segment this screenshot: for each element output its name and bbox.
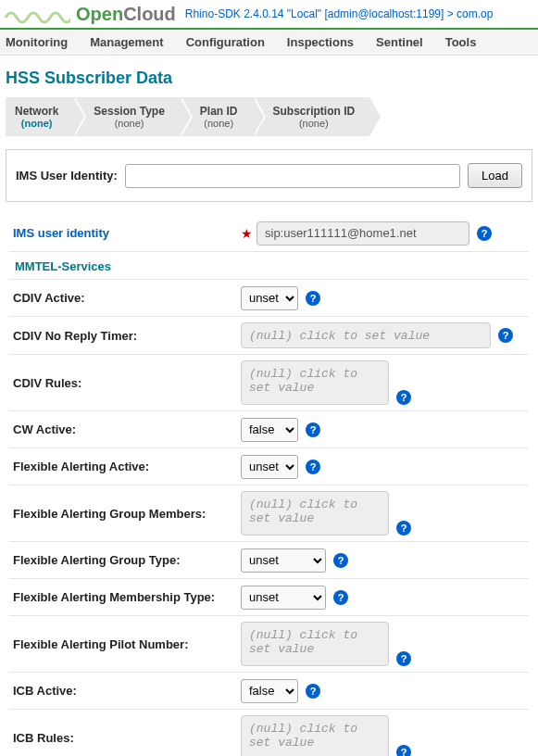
crumb-value: (none)	[21, 118, 53, 129]
nav-bar: Monitoring Management Configuration Insp…	[0, 30, 538, 56]
help-icon[interactable]: ?	[396, 651, 411, 666]
fa-active-select[interactable]: unset	[241, 455, 298, 479]
load-button[interactable]: Load	[468, 163, 522, 188]
crumb-value: (none)	[204, 118, 233, 129]
cdiv-no-reply-input[interactable]: (null) click to set value	[241, 322, 491, 348]
help-icon[interactable]: ?	[306, 684, 320, 699]
field-label: ICB Rules:	[9, 731, 241, 745]
cdiv-rules-input[interactable]: (null) click to set value	[241, 360, 389, 405]
field-label: Flexible Alerting Membership Type:	[9, 590, 241, 604]
ims-identity-input[interactable]	[125, 164, 460, 188]
crumb-value: (none)	[115, 118, 144, 129]
nav-management[interactable]: Management	[90, 35, 163, 49]
logo: OpenCloud	[76, 4, 176, 25]
crumb-label: Session Type	[94, 105, 164, 118]
crumb-session-type[interactable]: Session Type (none)	[73, 97, 179, 136]
breadcrumb: Network (none) Session Type (none) Plan …	[0, 97, 538, 149]
row-icb-active: ICB Active: false ?	[9, 673, 529, 710]
row-fa-group-type: Flexible Alerting Group Type: unset ?	[9, 542, 529, 579]
help-icon[interactable]: ?	[396, 521, 411, 536]
help-icon[interactable]: ?	[477, 226, 492, 241]
row-cdiv-no-reply: CDIV No Reply Timer: (null) click to set…	[9, 317, 529, 355]
field-label: CDIV No Reply Timer:	[9, 329, 241, 343]
logo-cloud: Cloud	[123, 4, 176, 24]
icb-active-select[interactable]: false	[241, 679, 298, 703]
row-fa-membership: Flexible Alerting Membership Type: unset…	[9, 579, 529, 616]
help-icon[interactable]: ?	[396, 745, 411, 756]
crumb-network[interactable]: Network (none)	[6, 97, 73, 136]
field-label: ICB Active:	[9, 684, 241, 698]
row-fa-members: Flexible Alerting Group Members: (null) …	[9, 485, 529, 542]
header-path[interactable]: Rhino-SDK 2.4.0.14 "Local" [admin@localh…	[185, 7, 494, 20]
top-bar: OpenCloud Rhino-SDK 2.4.0.14 "Local" [ad…	[0, 0, 538, 30]
fa-membership-select[interactable]: unset	[241, 586, 326, 610]
help-icon[interactable]: ?	[306, 291, 320, 306]
row-cdiv-active: CDIV Active: unset ?	[9, 280, 529, 317]
form-area: IMS user identity ★ sip:user111111@home1…	[0, 215, 538, 756]
row-cw-active: CW Active: false ?	[9, 411, 529, 448]
help-icon[interactable]: ?	[333, 553, 348, 568]
nav-tools[interactable]: Tools	[445, 35, 477, 49]
help-icon[interactable]: ?	[306, 422, 320, 437]
ims-identity-label: IMS User Identity:	[16, 169, 118, 183]
row-ims-identity: IMS user identity ★ sip:user111111@home1…	[9, 215, 529, 252]
crumb-value: (none)	[299, 118, 329, 129]
fa-members-input[interactable]: (null) click to set value	[241, 491, 389, 536]
fa-pilot-input[interactable]: (null) click to set value	[241, 622, 389, 666]
nav-inspections[interactable]: Inspections	[287, 35, 354, 49]
help-icon[interactable]: ?	[333, 590, 348, 605]
field-label: CW Active:	[9, 422, 241, 436]
field-label: CDIV Rules:	[9, 376, 241, 390]
page-title: HSS Subscriber Data	[0, 56, 538, 97]
help-icon[interactable]: ?	[306, 460, 320, 474]
field-label: Flexible Alerting Group Type:	[9, 553, 241, 567]
row-icb-rules: ICB Rules: (null) click to set value ?	[9, 710, 529, 756]
crumb-label: Subscription ID	[273, 105, 356, 118]
crumb-label: Network	[15, 105, 58, 118]
row-cdiv-rules: CDIV Rules: (null) click to set value ?	[9, 355, 529, 411]
field-label: Flexible Alerting Active:	[9, 460, 241, 473]
help-icon[interactable]: ?	[498, 328, 513, 343]
field-label-ims-identity[interactable]: IMS user identity	[9, 226, 241, 240]
field-label: Flexible Alerting Group Members:	[9, 507, 241, 521]
nav-configuration[interactable]: Configuration	[186, 35, 265, 49]
cw-active-select[interactable]: false	[241, 418, 298, 442]
nav-sentinel[interactable]: Sentinel	[376, 35, 423, 49]
logo-open: Open	[76, 4, 123, 24]
field-label: CDIV Active:	[9, 291, 241, 305]
crumb-subscription-id[interactable]: Subscription ID (none)	[253, 97, 370, 136]
section-mmtel: MMTEL-Services	[9, 252, 529, 280]
help-icon[interactable]: ?	[396, 390, 411, 405]
decorative-squiggle	[4, 5, 70, 23]
cdiv-active-select[interactable]: unset	[241, 286, 298, 310]
icb-rules-input[interactable]: (null) click to set value	[241, 715, 389, 756]
row-fa-active: Flexible Alerting Active: unset ?	[9, 448, 529, 485]
required-star-icon: ★	[241, 226, 253, 241]
fa-group-type-select[interactable]: unset	[241, 548, 326, 573]
load-panel: IMS User Identity: Load	[6, 149, 532, 202]
field-label: Flexible Alerting Pilot Number:	[9, 637, 241, 651]
row-fa-pilot: Flexible Alerting Pilot Number: (null) c…	[9, 616, 529, 673]
crumb-label: Plan ID	[200, 105, 238, 118]
nav-monitoring[interactable]: Monitoring	[6, 35, 68, 49]
ims-identity-value[interactable]: sip:user111111@home1.net	[256, 221, 469, 246]
